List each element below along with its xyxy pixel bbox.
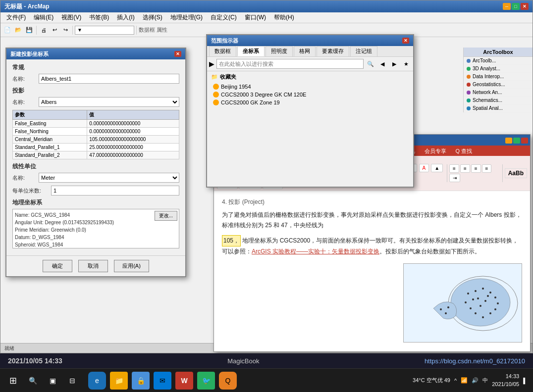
menu-view[interactable]: 视图(V) <box>57 12 85 23</box>
linear-unit-label: 线性单位 <box>12 162 179 171</box>
ok-button[interactable]: 确定 <box>43 260 72 272</box>
unit-per-input[interactable] <box>51 186 179 196</box>
menu-window[interactable]: 窗口(W) <box>241 12 270 23</box>
favorites-item-2[interactable]: CGCS2000 GK Zone 19 <box>211 98 409 106</box>
align-right[interactable]: ≡ <box>471 164 481 173</box>
minimize-button[interactable]: ─ <box>503 3 511 10</box>
range-tab-dataframe[interactable]: 数据框 <box>209 46 236 56</box>
general-section-label: 常规 <box>12 63 179 72</box>
arcmap-window: 无标题 - ArcMap ─ □ ✕ 文件(F) 编辑(E) 视图(V) 书签(… <box>0 0 533 353</box>
arctoolbox-title: ArcToolbox <box>464 48 533 57</box>
word-close[interactable] <box>521 138 528 144</box>
param-row-4[interactable]: Standard_Parallel_2 47.00000000000000000 <box>13 151 179 159</box>
toolbar-undo[interactable]: ↩ <box>50 25 59 35</box>
desktop: 无标题 - ArcMap ─ □ ✕ 文件(F) 编辑(E) 视图(V) 书签(… <box>0 0 533 392</box>
param-row-0[interactable]: False_Easting 0.00000000000000000 <box>13 120 179 128</box>
taskbar-app2[interactable]: Q <box>219 372 237 390</box>
name-input[interactable] <box>39 74 179 84</box>
param-row-3[interactable]: Standard_Parallel_1 25.00000000000000000 <box>13 144 179 151</box>
range-tab-cache[interactable]: 要素缓存 <box>317 46 349 56</box>
arctoolbox-item-1[interactable]: 3D Analyst... <box>464 65 533 73</box>
search-input[interactable] <box>216 59 364 69</box>
param-name-5: Latitude_Of_Origin <box>13 159 87 160</box>
taskbar-datetime[interactable]: 14:33 2021/10/05 <box>492 373 519 388</box>
unit-name-select[interactable]: Meter <box>39 173 179 183</box>
taskbar-edge[interactable]: e <box>88 372 106 390</box>
bottom-bar: 2021/10/05 14:33 MagicBook https://blog.… <box>0 353 533 368</box>
taskbar-wps[interactable]: W <box>175 372 193 390</box>
toolbar-open[interactable]: 📂 <box>13 25 23 35</box>
menu-file[interactable]: 文件(F) <box>2 12 30 23</box>
toolbar-save[interactable]: 💾 <box>24 25 34 35</box>
menu-bookmarks[interactable]: 书签(B) <box>85 12 113 23</box>
ribbon-sep-3 <box>447 164 447 182</box>
widgets-button[interactable]: ⊟ <box>63 372 81 390</box>
cancel-button[interactable]: 取消 <box>78 260 108 272</box>
range-dialog-close[interactable]: ✕ <box>402 38 409 44</box>
range-tab-lighting[interactable]: 照明度 <box>266 46 293 56</box>
font-color-btn[interactable]: A <box>419 164 429 172</box>
range-dialog-tabs: 数据框 坐标系 照明度 格网 要素缓存 注记组 <box>207 46 413 57</box>
align-center[interactable]: ≡ <box>460 164 470 173</box>
taskbar-show-desktop[interactable]: ▌ <box>523 378 527 384</box>
maximize-button[interactable]: □ <box>512 3 520 10</box>
param-row-2[interactable]: Central_Meridian 105.00000000000000000 <box>13 136 179 144</box>
start-button[interactable]: ⊞ <box>4 372 22 390</box>
svg-point-14 <box>477 297 479 299</box>
arctoolbox-item-0[interactable]: ArcToolb... <box>464 57 533 65</box>
nav-btn-2[interactable]: ▶ <box>389 59 399 69</box>
word-minimize[interactable] <box>505 138 512 144</box>
close-button[interactable]: ✕ <box>521 3 529 10</box>
nav-btn-1[interactable]: ◀ <box>377 59 387 69</box>
param-name-4: Standard_Parallel_2 <box>13 151 87 159</box>
highlight-btn[interactable]: ▲ <box>431 164 443 172</box>
reference-link[interactable]: ArcGIS 实验教程——实验十：矢量数据投影变换 <box>252 248 379 255</box>
arctoolbox-item-3[interactable]: Geostatistics... <box>464 81 533 89</box>
ribbon-search[interactable]: Q 查找 <box>451 147 476 156</box>
favorites-item-0[interactable]: Beijing 1954 <box>211 83 409 91</box>
align-justify[interactable]: ≡ <box>482 164 492 173</box>
menu-select[interactable]: 选择(S) <box>139 12 166 23</box>
svg-point-4 <box>482 288 484 290</box>
arctoolbox-item-6[interactable]: Spatial Anal... <box>464 104 533 112</box>
toolbar-print[interactable]: 🖨 <box>39 25 49 35</box>
modify-button[interactable]: 更改... <box>155 211 177 221</box>
menu-insert[interactable]: 插入(I) <box>113 12 138 23</box>
param-row-1[interactable]: False_Northing 0.00000000000000000 <box>13 128 179 136</box>
proj-name-row: 名称: Albers <box>12 97 179 107</box>
indent-btn[interactable]: ⇥ <box>449 174 460 182</box>
proj-name-select[interactable]: Albers <box>39 97 179 107</box>
toolbar-redo[interactable]: ↪ <box>60 25 70 35</box>
menu-help[interactable]: 帮助(H) <box>270 12 298 23</box>
taskbar-explorer[interactable]: 📁 <box>110 372 128 390</box>
favorites-item-1[interactable]: CGCS2000 3 Degree GK CM 120E <box>211 91 409 98</box>
arctoolbox-label-1: 3D Analyst... <box>473 66 500 71</box>
taskbar-mail[interactable]: ✉ <box>154 372 171 390</box>
range-tab-coord[interactable]: 坐标系 <box>237 46 265 56</box>
unit-per-label: 每单位米数: <box>12 187 47 195</box>
param-row-5[interactable]: Latitude_Of_Origin 0.00000000000000000 <box>13 159 179 160</box>
menu-edit[interactable]: 编辑(E) <box>30 12 57 23</box>
menu-geoprocessing[interactable]: 地理处理(G) <box>166 12 207 23</box>
arctoolbox-item-2[interactable]: Data Interop... <box>464 73 533 81</box>
ribbon-tab-vip[interactable]: 会员专享 <box>421 147 450 156</box>
toolbar-new[interactable]: 📄 <box>2 25 12 35</box>
search-btn[interactable]: 🔍 <box>366 59 375 69</box>
taskbar-app1[interactable]: 🐦 <box>197 372 215 390</box>
toolbar-dropdown[interactable]: ▼ <box>75 26 134 35</box>
search-row: ▶ 🔍 ◀ ▶ ★ <box>207 57 413 71</box>
arctoolbox-item-4[interactable]: Network An... <box>464 89 533 97</box>
range-tab-annotation[interactable]: 注记组 <box>350 46 377 56</box>
nav-btn-3[interactable]: ★ <box>401 59 411 69</box>
projection-dialog-close[interactable]: ✕ <box>174 51 181 57</box>
menu-customize[interactable]: 自定义(C) <box>207 12 241 23</box>
task-view-button[interactable]: ▣ <box>44 372 61 390</box>
word-maximize[interactable] <box>513 138 520 144</box>
svg-point-15 <box>484 300 486 302</box>
search-button[interactable]: 🔍 <box>24 372 42 390</box>
align-left[interactable]: ≡ <box>449 164 459 173</box>
taskbar-lock[interactable]: 🔒 <box>132 372 150 390</box>
arctoolbox-item-5[interactable]: Schematics... <box>464 97 533 104</box>
apply-button[interactable]: 应用(A) <box>114 260 149 272</box>
range-tab-grid[interactable]: 格网 <box>294 46 316 56</box>
